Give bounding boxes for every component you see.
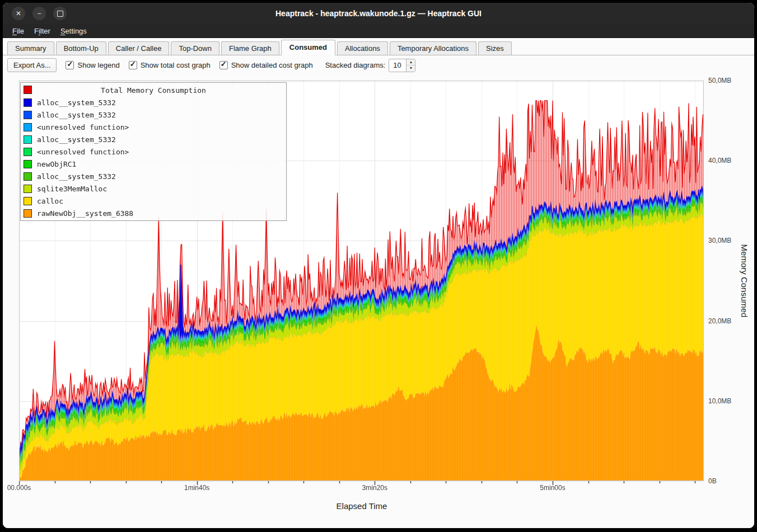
legend-entry-label: calloc xyxy=(37,197,63,205)
maximize-icon xyxy=(57,11,63,17)
menu-settings[interactable]: Settings xyxy=(55,25,92,37)
legend-entry-label: <unresolved function> xyxy=(37,148,129,156)
legend-entry-label: Total Memory Consumption xyxy=(101,86,206,95)
checkbox-show-total-cost-graph[interactable]: Show total cost graph xyxy=(129,61,211,69)
checkbox-label: Show total cost graph xyxy=(141,61,211,69)
spinbox-arrows: ▲ ▼ xyxy=(406,59,415,72)
legend-entry-label: <unresolved function> xyxy=(37,123,129,131)
legend-color-swatch xyxy=(24,209,32,218)
minimize-icon: − xyxy=(37,10,41,17)
x-tick-label: 1min40s xyxy=(184,484,209,492)
y-tick-label: 10,0MB xyxy=(708,397,731,405)
legend-entry-label: alloc__system_5332 xyxy=(37,135,116,144)
checkbox-box-icon[interactable] xyxy=(219,61,228,69)
x-tick-label: 5min00s xyxy=(540,484,565,492)
legend-entry-label: rawNewObj__system_6388 xyxy=(37,209,133,218)
chart-legend: Total Memory Consumptionalloc__system_53… xyxy=(20,82,287,221)
legend-color-swatch xyxy=(24,185,32,193)
x-tick-label: 3min20s xyxy=(362,484,387,492)
tab-top-down[interactable]: Top-Down xyxy=(171,41,219,55)
stacked-diagrams-label: Stacked diagrams: xyxy=(325,61,386,69)
spin-down-button[interactable]: ▼ xyxy=(406,65,415,72)
legend-entry: newObjRC1 xyxy=(22,158,284,170)
toolbar: Export As... Show legendShow total cost … xyxy=(3,55,754,75)
tab-summary[interactable]: Summary xyxy=(7,41,54,55)
maximize-button[interactable] xyxy=(53,7,67,20)
legend-entry-label: alloc__system_5332 xyxy=(37,172,116,181)
legend-color-swatch xyxy=(24,98,32,107)
legend-color-swatch xyxy=(24,111,32,119)
stacked-diagrams-value[interactable]: 10 xyxy=(389,59,406,72)
heaptrack-window: ✕ − Heaptrack - heaptrack.wakunode.1.gz … xyxy=(3,3,754,528)
y-tick-label: 30,0MB xyxy=(708,237,731,244)
tab-sizes[interactable]: Sizes xyxy=(478,41,512,55)
export-as-button[interactable]: Export As... xyxy=(7,58,57,72)
tab-temporary-allocations[interactable]: Temporary Allocations xyxy=(390,41,476,55)
menu-bar: FileFilterSettings xyxy=(3,24,754,38)
close-icon: ✕ xyxy=(16,10,21,17)
y-tick-label: 0B xyxy=(708,477,717,485)
tab-flame-graph[interactable]: Flame Graph xyxy=(221,41,279,55)
y-tick-label: 50,0MB xyxy=(708,77,731,84)
tab-bottom-up[interactable]: Bottom-Up xyxy=(56,41,106,55)
stacked-diagrams-spinbox[interactable]: 10 ▲ ▼ xyxy=(389,59,415,72)
tab-caller-callee[interactable]: Caller / Callee xyxy=(108,41,170,55)
tab-consumed[interactable]: Consumed xyxy=(281,40,335,55)
desktop: { "window": { "title": "Heaptrack - heap… xyxy=(0,0,757,532)
legend-entry: <unresolved function> xyxy=(22,145,284,158)
legend-entry: <unresolved function> xyxy=(22,121,284,133)
window-controls: ✕ − xyxy=(3,7,67,20)
legend-entry: sqlite3MemMalloc xyxy=(22,182,284,195)
close-button[interactable]: ✕ xyxy=(12,7,25,20)
x-tick-label: 00.000s xyxy=(7,484,31,492)
legend-entry: alloc__system_5332 xyxy=(22,170,284,182)
legend-color-swatch xyxy=(24,148,32,156)
menu-file[interactable]: File xyxy=(7,25,29,37)
legend-color-swatch xyxy=(24,135,32,144)
legend-color-swatch xyxy=(24,86,32,94)
checkbox-box-icon[interactable] xyxy=(66,61,74,69)
y-tick-label: 20,0MB xyxy=(708,317,731,325)
legend-title-row: Total Memory Consumption xyxy=(22,84,284,96)
chart-pane: Total Memory Consumptionalloc__system_53… xyxy=(3,75,754,528)
legend-entry-label: newObjRC1 xyxy=(37,160,76,168)
menu-filter[interactable]: Filter xyxy=(29,25,55,37)
legend-color-swatch xyxy=(24,197,32,205)
y-axis-title: Memory Consumed xyxy=(740,244,749,318)
checkbox-box-icon[interactable] xyxy=(129,61,137,69)
title-bar[interactable]: ✕ − Heaptrack - heaptrack.wakunode.1.gz … xyxy=(3,3,754,24)
legend-entry: alloc__system_5332 xyxy=(22,96,284,109)
legend-entry: calloc xyxy=(22,195,284,207)
tab-allocations[interactable]: Allocations xyxy=(337,41,388,55)
legend-color-swatch xyxy=(24,123,32,131)
legend-entry-label: alloc__system_5332 xyxy=(37,98,116,107)
checkbox-label: Show legend xyxy=(77,61,119,69)
toolbar-checkboxes: Show legendShow total cost graphShow det… xyxy=(66,61,312,69)
x-axis-title: Elapsed Time xyxy=(337,501,387,511)
legend-entry: alloc__system_5332 xyxy=(22,133,284,145)
checkbox-show-legend[interactable]: Show legend xyxy=(66,61,119,69)
legend-entry-label: sqlite3MemMalloc xyxy=(37,185,107,193)
legend-color-swatch xyxy=(24,172,32,181)
minimize-button[interactable]: − xyxy=(32,7,46,20)
y-tick-label: 40,0MB xyxy=(708,157,731,164)
legend-entry: rawNewObj__system_6388 xyxy=(22,207,284,219)
checkbox-show-detailed-cost-graph[interactable]: Show detailed cost graph xyxy=(219,61,313,69)
spin-up-button[interactable]: ▲ xyxy=(406,59,415,66)
legend-color-swatch xyxy=(24,160,32,168)
legend-entry-label: alloc__system_5332 xyxy=(37,111,116,119)
window-title: Heaptrack - heaptrack.wakunode.1.gz — He… xyxy=(3,9,754,18)
legend-entry: alloc__system_5332 xyxy=(22,109,284,121)
tab-bar: SummaryBottom-UpCaller / CalleeTop-DownF… xyxy=(3,38,754,55)
checkbox-label: Show detailed cost graph xyxy=(231,61,313,69)
